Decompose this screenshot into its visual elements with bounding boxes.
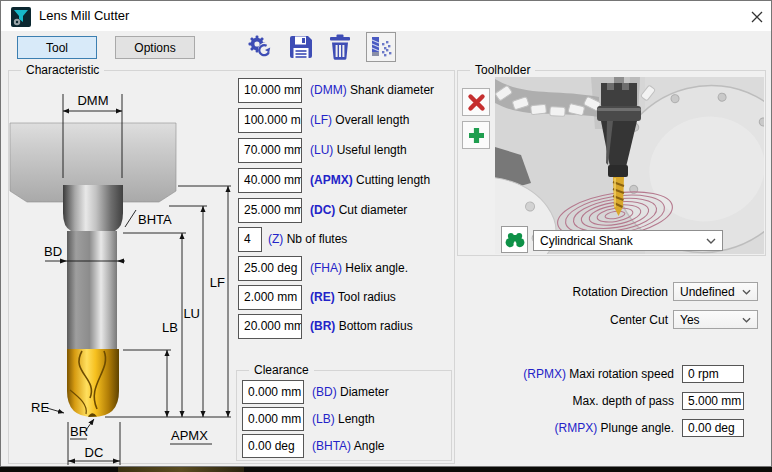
tool-neck-shape [63, 185, 123, 231]
max-depth-of-pass-label: Max. depth of pass [460, 392, 674, 410]
save-icon [288, 34, 314, 60]
delete-button[interactable] [326, 33, 354, 60]
cutting-length-input[interactable]: 40.000 mm [238, 168, 302, 193]
clearance-diameter-label: (BD) Diameter [312, 380, 389, 404]
shank-diameter-label: (DMM) Shank diameter [310, 78, 434, 103]
tool-cutter-shape [67, 349, 119, 417]
plunge-angle-input[interactable]: 0.00 deg [682, 419, 744, 437]
center-cut-value: Yes [680, 313, 700, 327]
overall-length-label: (LF) Overall length [310, 108, 409, 133]
clearance-angle-label: (BHTA) Angle [312, 434, 384, 458]
clearance-angle-input[interactable]: 0.00 deg [242, 434, 304, 458]
flutes-count-input[interactable]: 4 [238, 227, 262, 252]
diagram-label-lb: LB [162, 320, 178, 335]
helix-angle-input[interactable]: 25.00 deg [238, 256, 302, 281]
toolholder-remove-button[interactable] [462, 88, 490, 116]
useful-length-input[interactable]: 70.000 mm [238, 138, 302, 163]
save-button[interactable] [287, 33, 315, 60]
clearance-length-label: (LB) Length [312, 407, 375, 431]
bottom-radius-input[interactable]: 20.000 mm [238, 314, 302, 339]
tool-dimension-diagram: DMM BHTA BD LF LU LB RE BR DC APMX [8, 74, 238, 468]
diagram-label-lf: LF [210, 275, 225, 290]
cutting-length-label: (APMX) Cutting length [310, 168, 430, 193]
clearance-group-title: Clearance [249, 363, 314, 377]
simulation-button[interactable] [366, 32, 396, 62]
toolholder-preview-image [495, 77, 764, 254]
max-rotation-speed-input[interactable]: 0 rpm [682, 365, 744, 383]
shank-type-value: Cylindrical Shank [540, 234, 633, 248]
toolholder-browse-button[interactable] [501, 226, 528, 253]
bottom-radius-label: (BR) Bottom radius [310, 314, 413, 339]
chevron-down-icon [706, 238, 716, 244]
shank-type-select[interactable]: Cylindrical Shank [533, 230, 723, 251]
useful-length-label: (LU) Useful length [310, 138, 407, 163]
chevron-down-icon [742, 317, 751, 323]
chevron-down-icon [742, 289, 751, 295]
rotation-direction-label: Rotation Direction [460, 283, 668, 301]
tool-radius-label: (RE) Tool radius [310, 285, 396, 310]
cut-diameter-label: (DC) Cut diameter [310, 198, 407, 223]
tool-simulation-icon [369, 35, 393, 59]
overall-length-input[interactable]: 100.000 mm [238, 108, 302, 133]
diagram-label-apmx: APMX [171, 428, 208, 443]
reset-button[interactable] [245, 33, 273, 60]
close-button[interactable] [742, 2, 772, 32]
close-icon [751, 11, 763, 23]
diagram-label-dc: DC [85, 445, 104, 460]
max-depth-of-pass-input[interactable]: 5.000 mm [682, 392, 744, 410]
toolholder-group-title: Toolholder [470, 63, 535, 77]
shank-diameter-input[interactable]: 10.000 mm [238, 78, 302, 103]
diagram-label-bd: BD [44, 244, 62, 259]
tool-radius-input[interactable]: 2.000 mm [238, 285, 302, 310]
cut-diameter-input[interactable]: 25.000 mm [238, 198, 302, 223]
window-title: Lens Mill Cutter [39, 1, 129, 31]
center-cut-label: Center Cut [460, 311, 668, 329]
gear-refresh-icon [246, 34, 272, 60]
red-x-icon [467, 93, 486, 112]
binoculars-icon [505, 231, 525, 248]
rotation-direction-value: Undefined [680, 285, 735, 299]
flutes-count-label: (Z) Nb of flutes [268, 227, 347, 252]
rotation-direction-select[interactable]: Undefined [673, 282, 758, 301]
center-cut-select[interactable]: Yes [673, 310, 758, 329]
diagram-label-br: BR [70, 424, 88, 439]
diagram-label-lu: LU [183, 306, 200, 321]
lens-mill-cutter-window: Lens Mill Cutter Tool Options [0, 0, 772, 472]
app-icon [11, 7, 31, 27]
max-rotation-speed-label: (RPMX) Maxi rotation speed [460, 365, 674, 383]
tool-shank-shape [67, 231, 117, 349]
clearance-length-input[interactable]: 0.000 mm [242, 407, 304, 431]
diagram-label-re: RE [31, 400, 49, 415]
tab-tool[interactable]: Tool [17, 36, 97, 59]
diagram-label-bhta: BHTA [138, 212, 172, 227]
green-plus-icon [467, 126, 486, 145]
title-bar: Lens Mill Cutter [1, 1, 771, 31]
plunge-angle-label: (RMPX) Plunge angle. [460, 419, 674, 437]
diagram-label-dmm: DMM [77, 93, 108, 108]
toolholder-add-button[interactable] [462, 121, 490, 149]
clearance-diameter-input[interactable]: 0.000 mm [242, 380, 304, 404]
helix-angle-label: (FHA) Helix angle. [310, 256, 408, 281]
trash-icon [328, 34, 352, 60]
tab-options[interactable]: Options [115, 36, 195, 59]
